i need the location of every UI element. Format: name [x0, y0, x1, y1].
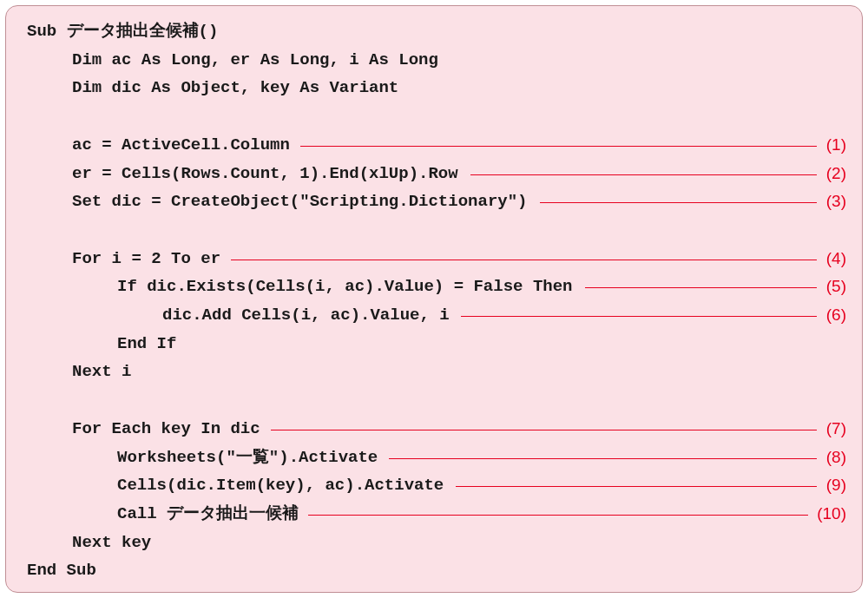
code-text: If dic.Exists(Cells(i, ac).Value) = Fals…: [117, 273, 573, 299]
code-line: Set dic = CreateObject("Scripting.Dictio…: [6, 188, 862, 214]
code-line: Dim ac As Long, er As Long, i As Long: [6, 47, 862, 73]
code-line: [6, 387, 862, 413]
code-text: For i = 2 To er: [72, 246, 220, 272]
code-line: For Each key In dic(7): [6, 416, 862, 442]
code-text: Set dic = CreateObject("Scripting.Dictio…: [72, 188, 528, 214]
code-line: Next key: [6, 529, 862, 555]
annotation-label: (2): [826, 161, 846, 187]
code-text: dic.Add Cells(i, ac).Value, i: [162, 302, 450, 328]
annotation-label: (4): [826, 246, 846, 272]
code-line: For i = 2 To er(4): [6, 246, 862, 272]
annotation-connector: [470, 174, 818, 175]
code-text: er = Cells(Rows.Count, 1).End(xlUp).Row: [72, 161, 458, 187]
code-line: Dim dic As Object, key As Variant: [6, 75, 862, 101]
annotation-connector: [231, 260, 818, 260]
code-text: Dim dic As Object, key As Variant: [72, 75, 398, 101]
code-text: Sub データ抽出全候補(): [27, 18, 218, 44]
code-line: er = Cells(Rows.Count, 1).End(xlUp).Row(…: [6, 161, 862, 187]
code-text: Next key: [72, 529, 151, 555]
annotation-label: (10): [817, 501, 846, 527]
annotation-label: (9): [826, 472, 846, 498]
annotation-connector: [300, 146, 817, 147]
code-text: Dim ac As Long, er As Long, i As Long: [72, 47, 438, 73]
code-line: Cells(dic.Item(key), ac).Activate(9): [6, 472, 862, 498]
code-line: Next i: [6, 358, 862, 384]
code-line: Sub データ抽出全候補(): [6, 18, 862, 44]
annotation-label: (3): [826, 188, 846, 214]
code-line: Worksheets("一覧").Activate(8): [6, 444, 862, 470]
annotation-connector: [308, 515, 809, 516]
code-line: Call データ抽出一候補(10): [6, 501, 862, 527]
annotation-connector: [456, 486, 818, 487]
code-line: End If: [6, 331, 862, 357]
code-line: [6, 217, 862, 243]
annotation-label: (6): [826, 302, 846, 328]
annotation-connector: [461, 316, 818, 317]
code-text: ac = ActiveCell.Column: [72, 132, 290, 158]
annotation-connector: [271, 430, 818, 430]
annotation-label: (8): [826, 444, 846, 470]
annotation-label: (7): [826, 416, 846, 442]
annotation-connector: [585, 287, 817, 288]
code-line: dic.Add Cells(i, ac).Value, i(6): [6, 302, 862, 328]
code-text: Worksheets("一覧").Activate: [117, 444, 378, 470]
code-line: End Sub: [6, 557, 862, 583]
code-text: Cells(dic.Item(key), ac).Activate: [117, 472, 444, 498]
annotation-label: (5): [826, 273, 846, 299]
code-text: Next i: [72, 358, 131, 384]
annotation-connector: [540, 202, 817, 203]
code-text: For Each key In dic: [72, 416, 260, 442]
code-text: End If: [117, 331, 176, 357]
code-line: [6, 103, 862, 129]
code-line: ac = ActiveCell.Column(1): [6, 132, 862, 158]
code-text: End Sub: [27, 557, 96, 583]
code-line: If dic.Exists(Cells(i, ac).Value) = Fals…: [6, 273, 862, 299]
code-text: Call データ抽出一候補: [117, 501, 299, 527]
annotation-connector: [389, 458, 818, 459]
annotation-label: (1): [826, 132, 846, 158]
code-block: Sub データ抽出全候補()Dim ac As Long, er As Long…: [5, 5, 863, 593]
